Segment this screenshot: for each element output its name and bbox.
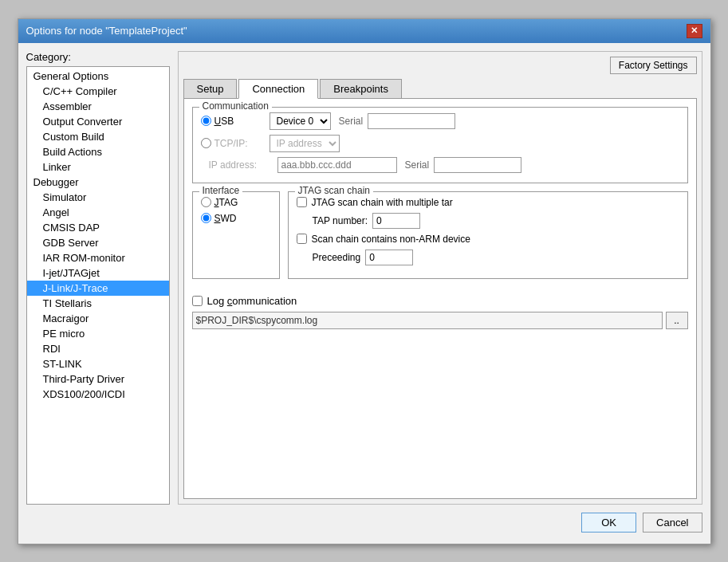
tab-connection[interactable]: Connection	[238, 79, 318, 99]
sidebar: Category: General OptionsC/C++ CompilerA…	[26, 51, 170, 505]
interface-group-label: Interface	[199, 185, 243, 196]
sidebar-item[interactable]: Build Actions	[27, 144, 169, 159]
serial-label: Serial	[339, 116, 364, 127]
non-arm-row: Scan chain contains non-ARM device	[297, 234, 679, 245]
communication-group: Communication USB Device 0 Device 1 Devi…	[192, 107, 688, 183]
ip-address-row: IP address: Serial	[201, 157, 679, 173]
sidebar-item[interactable]: C/C++ Compiler	[27, 84, 169, 99]
sidebar-item[interactable]: Debugger	[27, 175, 169, 190]
tap-number-input[interactable]	[372, 213, 420, 229]
log-communication-label: Log communication	[207, 295, 297, 307]
device-select[interactable]: Device 0 Device 1 Device 2	[270, 112, 331, 130]
log-communication-row: Log communication	[192, 295, 688, 307]
sidebar-item[interactable]: General Options	[27, 69, 169, 84]
iface-jtag-row: Interface JTAG SWD J	[192, 191, 688, 287]
log-path-input[interactable]	[192, 312, 663, 329]
non-arm-label: Scan chain contains non-ARM device	[312, 234, 470, 245]
ok-button[interactable]: OK	[581, 513, 636, 533]
category-label: Category:	[26, 51, 170, 63]
jtag-interface-label: JTAG	[214, 197, 238, 208]
sidebar-item[interactable]: Custom Build	[27, 129, 169, 144]
usb-radio-label[interactable]: USB	[201, 116, 265, 127]
tap-number-row: TAP number:	[297, 213, 679, 229]
sidebar-item[interactable]: Output Converter	[27, 114, 169, 129]
dialog-footer: OK Cancel	[26, 505, 702, 536]
interface-group: Interface JTAG SWD	[192, 191, 280, 279]
jtag-interface-radio[interactable]	[201, 197, 211, 207]
usb-label-text: USB	[214, 116, 234, 127]
multiple-target-checkbox[interactable]	[297, 197, 307, 207]
non-arm-checkbox[interactable]	[297, 234, 307, 244]
sidebar-item[interactable]: Angel	[27, 205, 169, 220]
multiple-target-row: JTAG scan chain with multiple tar	[297, 197, 679, 208]
dialog-body: Category: General OptionsC/C++ CompilerA…	[18, 43, 710, 544]
preceeding-input[interactable]	[365, 250, 413, 265]
sidebar-item[interactable]: Simulator	[27, 190, 169, 205]
ip-serial-label: Serial	[405, 159, 430, 171]
close-button[interactable]: ✕	[687, 24, 702, 38]
sidebar-item[interactable]: Third-Party Driver	[27, 371, 169, 387]
tab-bar: Setup Connection Breakpoints	[183, 79, 697, 99]
usb-row: USB Device 0 Device 1 Device 2 Serial	[201, 112, 679, 130]
multiple-target-label: JTAG scan chain with multiple tar	[312, 197, 453, 208]
tcpip-label-text: TCP/IP:	[214, 138, 248, 149]
sidebar-item[interactable]: PE micro	[27, 326, 169, 341]
jtag-scan-chain-group: JTAG scan chain JTAG scan chain with mul…	[288, 191, 688, 279]
tap-number-label: TAP number:	[313, 215, 368, 226]
browse-button[interactable]: ..	[666, 312, 688, 329]
sidebar-item[interactable]: CMSIS DAP	[27, 220, 169, 235]
usb-radio[interactable]	[201, 116, 211, 126]
sidebar-item[interactable]: Assembler	[27, 99, 169, 114]
swd-radio-row: SWD	[201, 213, 271, 224]
ip-address-select[interactable]: IP address	[270, 135, 340, 152]
tcpip-radio[interactable]	[201, 138, 211, 148]
sidebar-item[interactable]: I-jet/JTAGjet	[27, 265, 169, 281]
tab-content-connection: Communication USB Device 0 Device 1 Devi…	[183, 99, 697, 499]
log-path-row: ..	[192, 312, 688, 329]
sidebar-item[interactable]: IAR ROM-monitor	[27, 250, 169, 265]
ip-address-label: IP address:	[209, 159, 273, 171]
tcpip-row: TCP/IP: IP address	[201, 135, 679, 152]
tcpip-radio-label[interactable]: TCP/IP:	[201, 138, 265, 149]
swd-radio[interactable]	[201, 213, 211, 223]
tab-breakpoints[interactable]: Breakpoints	[320, 79, 402, 98]
sidebar-item[interactable]: J-Link/J-Trace	[27, 281, 169, 296]
preceeding-row: Preceeding	[297, 250, 679, 265]
log-communication-checkbox[interactable]	[192, 296, 203, 306]
cancel-button[interactable]: Cancel	[643, 513, 702, 533]
swd-label: SWD	[214, 213, 237, 224]
ip-serial-input[interactable]	[434, 157, 521, 173]
right-panel: Factory Settings Setup Connection Breakp…	[178, 51, 702, 505]
sidebar-item[interactable]: XDS100/200/ICDI	[27, 387, 169, 402]
communication-group-label: Communication	[199, 100, 272, 112]
preceeding-label: Preceeding	[313, 252, 361, 263]
main-content: Category: General OptionsC/C++ CompilerA…	[26, 51, 702, 505]
sidebar-item[interactable]: ST-LINK	[27, 356, 169, 371]
ip-address-input[interactable]	[277, 157, 397, 173]
sidebar-item[interactable]: Macraigor	[27, 311, 169, 326]
title-bar: Options for node "TemplateProject" ✕	[18, 19, 710, 43]
sidebar-list: General OptionsC/C++ CompilerAssemblerOu…	[26, 66, 170, 505]
sidebar-item[interactable]: TI Stellaris	[27, 296, 169, 311]
sidebar-item[interactable]: GDB Server	[27, 235, 169, 250]
usb-serial-input[interactable]	[368, 113, 455, 129]
factory-settings-button[interactable]: Factory Settings	[610, 57, 697, 74]
sidebar-item[interactable]: Linker	[27, 159, 169, 175]
sidebar-item[interactable]: RDI	[27, 341, 169, 356]
tab-setup[interactable]: Setup	[183, 79, 238, 98]
jtag-radio-row: JTAG	[201, 197, 271, 208]
right-panel-top: Factory Settings	[183, 57, 697, 74]
jtag-scan-chain-label: JTAG scan chain	[295, 185, 373, 196]
dialog-title: Options for node "TemplateProject"	[26, 25, 187, 37]
main-dialog: Options for node "TemplateProject" ✕ Cat…	[18, 18, 711, 544]
